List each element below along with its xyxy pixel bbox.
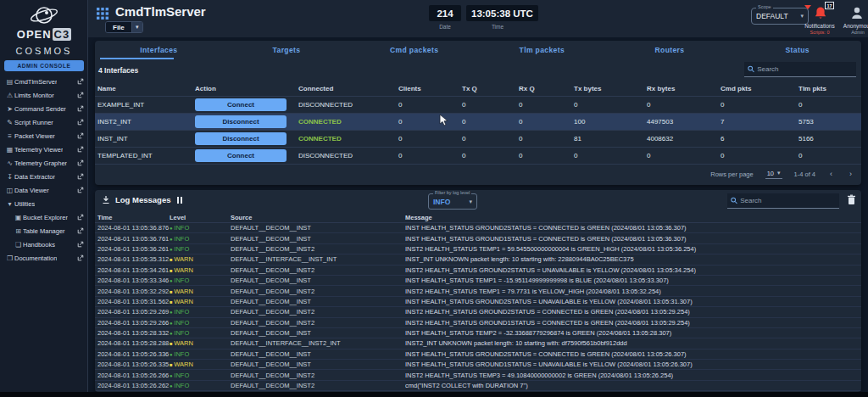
log-message: INST HEALTH_STATUS GROUND2STATUS = UNAVA… [405, 298, 861, 305]
sidebar-item[interactable]: ↧ Data Extractor [0, 170, 88, 183]
tab[interactable]: Targets [223, 41, 351, 59]
log-message: cmd("INST2 COLLECT with DURATION 7") [405, 382, 861, 389]
monitor-icon: ▦ [5, 146, 14, 154]
sidebar-item-label: Telemetry Grapher [14, 159, 67, 167]
interfaces-search[interactable] [744, 62, 856, 77]
tab[interactable]: Tlm packets [478, 41, 606, 59]
log-row: 2024-08-01 13:05:29.266 INFO DEFAULT__DE… [95, 318, 861, 328]
file-menu-label[interactable]: File [106, 22, 131, 32]
data-viewer-icon: ◫ [5, 187, 14, 194]
sidebar-item[interactable]: ▤ CmdTlmServer [0, 75, 88, 88]
column-header: Time [97, 214, 170, 221]
download-logs-icon[interactable] [102, 195, 110, 204]
external-link-icon[interactable] [77, 187, 84, 193]
sidebar-item[interactable]: ∿ Telemetry Grapher [0, 156, 88, 170]
connect-toggle-button[interactable]: Disconnect [195, 115, 287, 128]
brand-logo: OPENC3 COSMOS [0, 3, 88, 56]
rows-per-page-select[interactable]: 10 ▾ [765, 170, 782, 179]
log-level: WARN [170, 266, 231, 274]
user-avatar-icon[interactable] [850, 6, 864, 20]
chevron-down-icon: ▾ [5, 200, 14, 208]
log-message: INST HEALTH_STATUS GROUND2STATUS = CONNE… [405, 350, 861, 358]
tab[interactable]: Interfaces [95, 41, 223, 59]
sidebar-item[interactable]: ➤ Command Sender [0, 102, 88, 115]
log-messages-title: Log Messages [115, 195, 170, 204]
sidebar-item[interactable]: ✎ Script Runner [0, 115, 88, 129]
pause-logs-button[interactable] [177, 197, 182, 204]
connection-state: DISCONNECTED [298, 101, 398, 109]
log-level: WARN [170, 361, 231, 368]
sidebar-item[interactable]: ⊞ Table Manager [0, 224, 88, 238]
interfaces-table-body: EXAMPLE_INT Connect DISCONNECTED 0 0 0 0… [95, 97, 861, 165]
chevron-down-icon: ▾ [469, 198, 472, 205]
search-input[interactable] [740, 197, 836, 204]
rx-queue: 0 [519, 135, 574, 143]
log-time: 2024-08-01 13:05:31.562 [97, 298, 170, 305]
external-link-icon[interactable] [77, 105, 84, 112]
external-link-icon[interactable] [77, 78, 84, 85]
external-link-icon[interactable] [77, 173, 84, 180]
sidebar-item[interactable]: ❏ Handbooks [0, 238, 88, 251]
external-link-icon[interactable] [77, 254, 84, 261]
interface-name: EXAMPLE_INT [97, 101, 195, 109]
connect-toggle-button[interactable]: Disconnect [195, 132, 287, 145]
tlm-packets: 5166 [798, 135, 861, 143]
connect-toggle-button[interactable]: Connect [195, 149, 287, 162]
sidebar-item[interactable]: ◫ Data Viewer [0, 183, 88, 197]
sidebar-item-label: Data Extractor [14, 173, 55, 181]
log-level-filter-select[interactable]: INFO ▾ [428, 193, 477, 210]
interface-name: INST2_INT [97, 118, 195, 126]
brand-c3: C3 [53, 28, 72, 41]
sidebar-item[interactable]: ≡ Packet Viewer [0, 129, 88, 143]
packet-list-icon: ≡ [5, 132, 14, 140]
file-menu-button[interactable]: File ▾ [105, 21, 143, 33]
external-link-icon[interactable] [77, 119, 84, 126]
brand-open: OPEN [17, 28, 52, 41]
tab[interactable]: Cmd packets [350, 41, 478, 59]
time-label: Time [466, 24, 529, 30]
log-time: 2024-08-01 13:05:34.261 [97, 266, 170, 274]
apps-grid-icon[interactable] [97, 8, 108, 20]
tab-label: Targets [273, 46, 301, 54]
tab[interactable]: Status [733, 41, 861, 59]
log-level: INFO [170, 277, 231, 284]
log-message: INST2 HEALTH_STATUS GROUND1STATUS = CONN… [405, 319, 861, 327]
external-link-icon[interactable] [77, 146, 84, 153]
log-time: 2024-08-01 13:05:26.336 [97, 350, 170, 358]
sidebar-item[interactable]: ⚠ Limits Monitor [0, 88, 88, 102]
external-link-icon[interactable] [77, 227, 84, 234]
tab[interactable]: Routers [606, 41, 734, 59]
logs-search[interactable] [727, 193, 839, 209]
pagination: Rows per page 10 ▾ 1-4 of 4 ‹ › [710, 163, 854, 185]
external-link-icon[interactable] [77, 92, 84, 98]
connect-toggle-button[interactable]: Connect [195, 98, 287, 111]
log-time: 2024-08-01 13:05:26.266 [97, 372, 170, 379]
column-header: Rx Q [519, 85, 574, 92]
interfaces-panel: Interfaces Targets Cmd packets Tlm packe… [95, 41, 861, 185]
external-link-icon[interactable] [77, 132, 84, 139]
search-input[interactable] [757, 65, 853, 73]
log-row: 2024-08-01 13:05:26.262 INFO DEFAULT__DE… [95, 381, 861, 391]
clear-logs-trash-icon[interactable] [847, 194, 856, 205]
sidebar-item[interactable]: ▦ Telemetry Viewer [0, 143, 88, 156]
external-link-icon[interactable] [77, 159, 84, 166]
log-level: INFO [170, 319, 231, 327]
column-header: Rx bytes [647, 85, 721, 92]
log-source: DEFAULT__DECOM__INST [231, 350, 405, 358]
next-page-button[interactable]: › [847, 170, 854, 178]
external-link-icon[interactable] [77, 214, 84, 221]
log-message: INST2 HEALTH_STATUS TEMP3 = 49.108400000… [405, 372, 861, 379]
search-icon [748, 65, 754, 73]
log-row: 2024-08-01 13:05:26.336 INFO DEFAULT__DE… [95, 349, 861, 360]
admin-console-button[interactable]: ADMIN CONSOLE [4, 60, 84, 71]
prev-page-button[interactable]: ‹ [827, 170, 835, 178]
sidebar-item[interactable]: ❒ Documentation [0, 251, 88, 265]
scope-select[interactable]: DEFAULT ▾ [751, 8, 809, 25]
sidebar-item[interactable]: ▾ Utilities [0, 197, 88, 210]
tx-bytes: 0 [574, 101, 647, 109]
sidebar-item[interactable]: ▣ Bucket Explorer [0, 210, 88, 224]
interface-row: INST_INT Disconnect CONNECTED 0 0 0 81 4… [95, 131, 861, 148]
file-menu-caret-icon[interactable]: ▾ [131, 22, 142, 32]
sidebar-item-label: Data Viewer [14, 187, 49, 194]
external-link-icon[interactable] [77, 241, 84, 248]
